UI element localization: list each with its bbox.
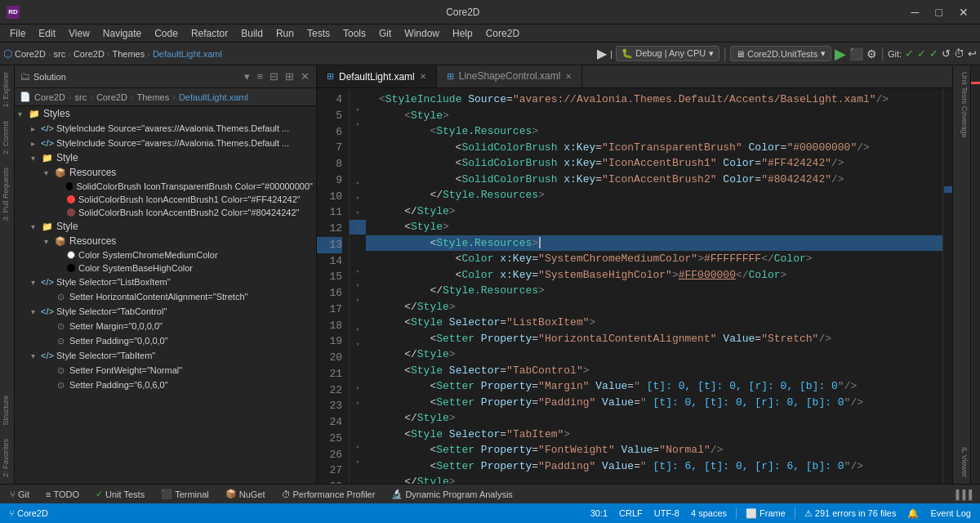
git-refresh-icon[interactable]: ↺ xyxy=(942,47,951,60)
debug-dropdown[interactable]: 🐛 Debug | Any CPU ▾ xyxy=(616,46,719,61)
fold-12[interactable]: ▾ xyxy=(350,205,366,220)
toolbar-undo-icon[interactable]: ↩ xyxy=(968,47,977,60)
tree-item-color1[interactable]: Color SystemChromeMediumColor xyxy=(15,248,316,262)
status-indent[interactable]: 4 spaces xyxy=(688,508,729,518)
menu-tools[interactable]: Tools xyxy=(336,26,372,41)
menu-refactor[interactable]: Refactor xyxy=(185,26,234,41)
menu-edit[interactable]: Edit xyxy=(32,26,62,41)
tree-item-resources2[interactable]: ▾ 📦 Resources xyxy=(15,234,316,248)
tree-item-tabcontrol[interactable]: ▾ </> Style Selector="TabControl" xyxy=(15,304,316,319)
tree-item-brush2[interactable]: SolidColorBrush IconAccentBrush1 Color="… xyxy=(15,193,316,206)
fold-5[interactable]: ▾ xyxy=(350,103,366,118)
git-history-icon[interactable]: ⏱ xyxy=(954,47,964,60)
tree-item-brush1[interactable]: SolidColorBrush IconTransparentBrush Col… xyxy=(15,180,316,193)
tree-item-style2[interactable]: ▾ 📁 Style xyxy=(15,219,316,234)
bc-file[interactable]: DefaultLight.xaml xyxy=(179,92,248,102)
stop-button[interactable]: ⬛ xyxy=(849,47,863,60)
tree-item-styles[interactable]: ▾ 📁 Styles xyxy=(15,106,316,121)
sidebar-item-commit[interactable]: 2: Commit xyxy=(0,114,14,161)
tab-lineshapecontrol-close[interactable]: ✕ xyxy=(565,72,572,81)
tree-item-tabitem[interactable]: ▾ </> Style Selector="TabItem" xyxy=(15,348,316,363)
sidebar-item-structure[interactable]: Structure xyxy=(0,389,14,432)
fold-20[interactable]: ▾ xyxy=(350,323,366,337)
tree-item-styleinclude2[interactable]: ▸ </> StyleInclude Source="avares://Aval… xyxy=(15,136,316,150)
menu-code[interactable]: Code xyxy=(148,26,185,41)
right-label-il-viewer[interactable]: IL Viewer xyxy=(953,440,970,484)
tab-defaultlight[interactable]: ⊞ DefaultLight.xaml ✕ xyxy=(317,65,437,87)
fold-24[interactable]: ▾ xyxy=(350,381,366,396)
fold-18[interactable]: ▾ xyxy=(350,293,366,308)
bc-src[interactable]: src xyxy=(75,92,87,102)
fold-21[interactable]: ▾ xyxy=(350,337,366,352)
code-content[interactable]: <StyleInclude Source="avares://Avalonia.… xyxy=(366,88,942,484)
menu-file[interactable]: File xyxy=(3,26,32,41)
menu-build[interactable]: Build xyxy=(234,26,270,41)
right-label-unit-tests[interactable]: Unit Tests Coverage xyxy=(953,65,970,145)
tree-item-brush3[interactable]: SolidColorBrush IconAccentBrush2 Color="… xyxy=(15,206,316,219)
close-button[interactable]: ✕ xyxy=(954,4,973,20)
menu-git[interactable]: Git xyxy=(372,26,398,41)
run-icon[interactable]: ▶ xyxy=(597,46,607,61)
bottom-terminal-btn[interactable]: ⬛ Terminal xyxy=(156,487,214,501)
tree-item-setter-hca[interactable]: ⊙ Setter HorizontalContentAlignment="Str… xyxy=(15,289,316,304)
fold-6[interactable]: ▾ xyxy=(350,118,366,132)
tree-item-color2[interactable]: Color SystemBaseHighColor xyxy=(15,262,316,275)
fold-17[interactable]: ▾ xyxy=(350,279,366,293)
tree-item-resources1[interactable]: ▾ 📦 Resources xyxy=(15,165,316,180)
sidebar-item-explorer[interactable]: 1: Explorer xyxy=(0,65,14,114)
bc-core2d2[interactable]: Core2D xyxy=(96,92,127,102)
bottom-unittest-btn[interactable]: ✓ Unit Tests xyxy=(91,487,149,501)
fold-11[interactable]: ▾ xyxy=(350,190,366,205)
menu-tests[interactable]: Tests xyxy=(301,26,336,41)
sidebar-item-favorites[interactable]: 2: Favorites xyxy=(0,432,14,484)
status-encoding[interactable]: UTF-8 xyxy=(652,508,682,518)
maximize-button[interactable]: □ xyxy=(931,4,947,20)
breadcrumb-core2d[interactable]: Core2D xyxy=(15,49,46,59)
menu-help[interactable]: Help xyxy=(446,26,479,41)
tree-item-setter-margin[interactable]: ⊙ Setter Margin="0,0,0,0" xyxy=(15,319,316,333)
bc-core2d[interactable]: Core2D xyxy=(34,92,65,102)
solution-close-icon[interactable]: ✕ xyxy=(299,69,311,84)
menu-view[interactable]: View xyxy=(62,26,96,41)
status-position[interactable]: 30:1 xyxy=(588,508,610,518)
tree-item-listboxitem[interactable]: ▾ </> Style Selector="ListBoxItem" xyxy=(15,275,316,289)
play-button[interactable]: ▶ xyxy=(835,45,846,63)
bottom-git-btn[interactable]: ⑂ Git xyxy=(5,488,34,501)
run-target-dropdown[interactable]: 🖥 Core2D.UnitTests ▾ xyxy=(730,46,831,61)
fold-4[interactable] xyxy=(350,88,366,103)
tree-item-setter-padding2[interactable]: ⊙ Setter Padding="6,0,6,0" xyxy=(15,378,316,392)
breadcrumb-src[interactable]: src xyxy=(54,49,66,59)
tab-defaultlight-close[interactable]: ✕ xyxy=(420,72,426,81)
status-branch[interactable]: ⑂ Core2D xyxy=(7,508,51,518)
solution-dropdown-arrow[interactable]: ▾ xyxy=(243,69,252,84)
bc-themes[interactable]: Themes xyxy=(137,92,170,102)
menu-core2d[interactable]: Core2D xyxy=(479,26,526,41)
fold-16[interactable]: ▾ xyxy=(350,264,366,279)
status-frame[interactable]: ⬜ Frame xyxy=(743,508,788,519)
solution-settings-icon[interactable]: ≡ xyxy=(255,69,265,84)
tree-item-setter-fontweight[interactable]: ⊙ Setter FontWeight="Normal" xyxy=(15,363,316,378)
tab-lineshapecontrol[interactable]: ⊞ LineShapeControl.xaml ✕ xyxy=(437,65,583,87)
debug-more-button[interactable]: ⚙ xyxy=(866,47,877,60)
fold-25[interactable]: ▾ xyxy=(350,396,366,410)
menu-navigate[interactable]: Navigate xyxy=(96,26,148,41)
fold-29[interactable]: ▾ xyxy=(350,454,366,469)
breadcrumb-themes[interactable]: Themes xyxy=(113,49,145,59)
bottom-profiler-btn[interactable]: ⏱ Performance Profiler xyxy=(277,488,381,501)
fold-10[interactable]: ▾ xyxy=(350,177,366,191)
status-eol[interactable]: CRLF xyxy=(617,508,645,518)
solution-expand-icon[interactable]: ⊞ xyxy=(283,69,296,84)
tree-item-setter-padding[interactable]: ⊙ Setter Padding="0,0,0,0" xyxy=(15,333,316,348)
status-eventlog[interactable]: Event Log xyxy=(928,508,973,518)
status-bell[interactable]: 🔔 xyxy=(905,508,921,519)
bottom-todo-btn[interactable]: ≡ TODO xyxy=(41,488,84,501)
breadcrumb-core2d2[interactable]: Core2D xyxy=(74,49,105,59)
fold-28[interactable]: ▾ xyxy=(350,440,366,454)
code-editor[interactable]: 4 5 6 7 8 9 10 11 12 13 14 15 16 17 18 1… xyxy=(317,88,952,484)
menu-window[interactable]: Window xyxy=(398,26,446,41)
status-errors[interactable]: ⚠ 291 errors in 76 files xyxy=(802,508,899,519)
tree-item-styleinclude1[interactable]: ▸ </> StyleInclude Source="avares://Aval… xyxy=(15,121,316,136)
sidebar-item-pull-requests[interactable]: 3: Pull Requests xyxy=(0,161,14,228)
menu-run[interactable]: Run xyxy=(270,26,301,41)
fold-13[interactable]: ▾ xyxy=(350,220,366,235)
